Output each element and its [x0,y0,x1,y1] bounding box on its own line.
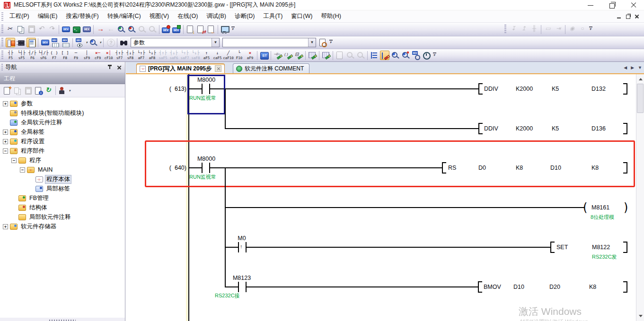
device-comment-edit-icon[interactable] [61,25,71,34]
find-combobox[interactable]: ▼ [222,38,316,47]
window-preview-icon[interactable] [318,38,327,47]
document-restore-button[interactable] [624,13,632,20]
fkey-F10-button[interactable]: └F10 [234,50,245,61]
combobox-dropdown-icon[interactable]: ▼ [212,38,219,47]
fkey-aF7-button[interactable]: └↑├aF7 [136,50,147,61]
fkey-caF5-button[interactable]: ↓caF5 [212,50,223,61]
edit-contact-icon[interactable] [273,51,282,60]
tree-expander-icon[interactable]: − [11,158,17,163]
cross-reference-icon[interactable] [119,38,129,47]
tree-expander-icon[interactable]: + [3,130,8,135]
fkey-sF5-button[interactable]: └┤├sF5 [16,50,27,61]
tab-main-program[interactable]: [PRG]写入 MAIN 2095步 [136,63,225,73]
toolbar-overflow-icon[interactable] [432,51,438,60]
device-comment-icon[interactable] [40,38,50,47]
fkey-sF9-button[interactable]: │sF9 [81,50,92,61]
menu-convert-compile[interactable]: 转换/编译(C) [103,10,145,22]
menu-tools[interactable]: 工具(T) [259,10,287,22]
tree-expander-icon[interactable]: − [3,148,8,154]
edit-coil-icon[interactable] [283,51,293,60]
module-configuration-icon[interactable] [16,38,26,47]
tree-item-global-label[interactable]: +全局标签 [0,127,125,137]
tree-item-parameter[interactable]: +参数 [0,99,125,108]
device-reference-icon[interactable] [61,38,71,47]
fkey-cF9-button[interactable]: ×─cF9 [92,50,103,61]
menu-diagnostics[interactable]: 诊断(D) [230,10,259,22]
tree-item-program-body[interactable]: 程序本体 [0,174,125,184]
tab-scroll-right-icon[interactable]: ▶ [631,65,634,70]
tree-item-structure[interactable]: 结构体 [0,203,125,212]
tab-scroll-left-icon[interactable]: ◀ [624,65,627,70]
fkey-F8-button[interactable]: [ ]F8 [60,50,71,61]
navigation-toggle-icon[interactable] [6,38,15,47]
tab-device-comment[interactable]: 软元件注释 COMMENT [233,63,309,73]
window-close-button[interactable] [623,0,644,10]
tree-item-fb-management[interactable]: FB管理 [0,193,125,203]
new-data-icon[interactable] [2,86,12,95]
tree-expander-icon[interactable]: + [3,101,8,106]
hex-display-icon[interactable] [82,25,91,34]
tree-item-device-memory[interactable]: +软元件存储器 [0,222,125,231]
tree-item-program[interactable]: −程序 [0,156,125,165]
verify-with-plc-icon[interactable] [185,25,195,34]
filter-icon[interactable]: ▾ [58,86,71,95]
fkey-F6-button[interactable]: ┤/├F6 [27,50,38,61]
statement-display-icon[interactable] [380,51,389,60]
work-window-icon[interactable] [26,38,36,47]
scrollbar-thumb[interactable] [637,84,644,113]
watch-window-icon[interactable] [422,51,431,60]
panel-close-icon[interactable] [116,64,123,71]
scroll-down-icon[interactable] [636,312,644,320]
monitor-start-icon[interactable] [116,25,126,34]
tree-item-program-setting[interactable]: +程序设置 [0,137,125,146]
inline-st-icon[interactable] [259,51,269,60]
fkey-aF5-button[interactable]: ↑aF5 [201,50,212,61]
transfer-setup-icon[interactable] [206,25,216,34]
tree-expander-icon[interactable]: − [20,167,25,173]
fkey-F9-button[interactable]: ─F9 [71,50,81,61]
tab-close-icon[interactable] [215,65,221,72]
edit-comment-icon[interactable] [294,51,303,60]
fkey-aF8-button[interactable]: └↓├aF8 [147,50,158,61]
tree-item-local-label[interactable]: 局部标签 [0,184,125,193]
data-select-combobox[interactable]: 参数 ▼ [131,38,220,47]
toolbar-overflow-icon[interactable] [328,38,334,47]
comment-display-icon[interactable] [370,51,379,60]
insert-column-icon[interactable] [321,51,331,60]
tree-item-pou[interactable]: −程序部件 [0,146,125,156]
fkey-sF8-button[interactable]: ┤↓├sF8 [125,50,136,61]
device-display-icon[interactable]: ▾ [75,38,88,47]
window-restore-button[interactable] [601,0,623,10]
find-device-icon[interactable]: ▾ [88,38,101,47]
device-batch-monitor-icon[interactable] [172,25,181,34]
simulation-icon[interactable] [71,25,81,34]
cut-icon[interactable] [6,25,15,34]
copy-icon[interactable] [16,25,26,34]
refresh-icon[interactable] [44,86,53,95]
tree-item-main[interactable]: −MAIN [0,165,125,174]
fkey-cF10-button[interactable]: ×│cF10 [103,50,114,61]
fkey-caF10-button[interactable]: ╱caF10 [223,50,234,61]
menu-project[interactable]: 工程(P) [5,10,34,22]
menu-edit[interactable]: 编辑(E) [34,10,62,22]
panel-splitter[interactable] [0,318,125,321]
menu-debug[interactable]: 调试(B) [202,10,230,22]
combobox-dropdown-icon[interactable]: ▼ [308,38,316,47]
tree-expander-icon[interactable]: + [3,139,8,144]
device-search-icon[interactable] [411,51,421,60]
toolbar-overflow-icon[interactable] [588,25,594,34]
monitor-edit-icon[interactable] [401,51,410,60]
menu-find-replace[interactable]: 搜索/替换(F) [62,10,103,22]
vertical-scrollbar[interactable] [636,74,644,321]
tree-item-local-device-comment[interactable]: 局部软元件注释 [0,212,125,222]
fkey-F7-button[interactable]: ( )F7 [49,50,60,61]
scroll-up-icon[interactable] [636,75,644,83]
document-minimize-button[interactable] [615,13,623,20]
tab-list-icon[interactable]: ▼ [638,65,642,70]
menu-help[interactable]: 帮助(H) [317,10,345,22]
menu-window[interactable]: 窗口(W) [287,10,317,22]
document-close-button[interactable] [633,13,641,20]
fkey-F5-button[interactable]: ┤├F5 [5,50,16,61]
tree-item-global-device-comment[interactable]: 全局软元件注释 [0,118,125,127]
fkey-sF7-button[interactable]: ┤↑├sF7 [114,50,125,61]
